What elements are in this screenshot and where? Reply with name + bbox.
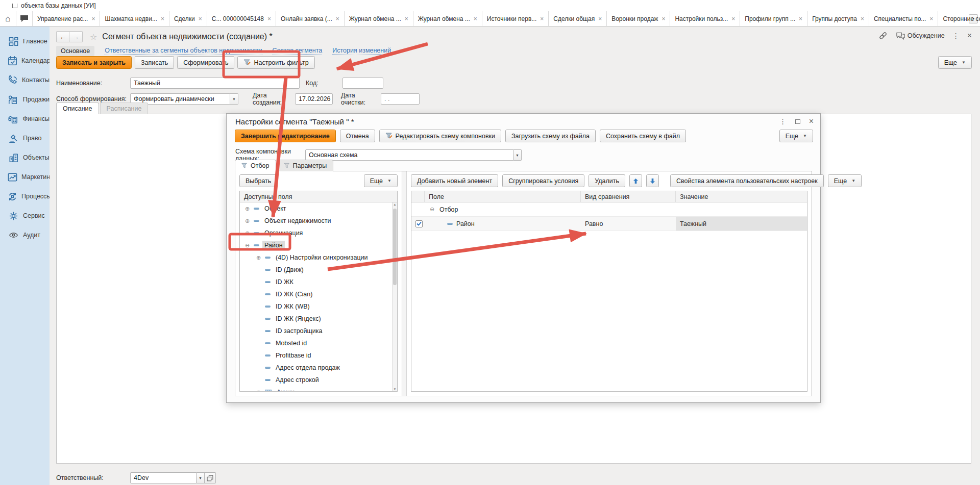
created-date-input[interactable]: 17.02.2026	[295, 93, 333, 105]
checkbox-checked-icon[interactable]	[415, 220, 423, 227]
cleared-date-input[interactable]: . .	[381, 93, 420, 105]
tree-item-10[interactable]: ID застройщика	[240, 325, 392, 337]
tab-composition[interactable]: Состав сегмента	[273, 47, 323, 55]
left-more-button[interactable]: Еще▼	[364, 174, 398, 187]
filter-group-row[interactable]: ⊖Отбор	[411, 202, 807, 217]
dialog-menu-icon[interactable]: ⋮	[779, 117, 787, 125]
pane-splitter[interactable]	[402, 171, 407, 396]
responsible-select-arrow-icon[interactable]: ▼	[197, 472, 205, 483]
scroll-down-icon[interactable]: ▼	[393, 388, 397, 391]
window-tab-14[interactable]: Сторонние серв...×	[938, 11, 980, 26]
cancel-button[interactable]: Отмена	[340, 130, 375, 142]
discussion-button[interactable]: Обсуждение	[896, 32, 945, 40]
add-element-button[interactable]: Добавить новый элемент	[411, 174, 498, 187]
save-schema-button[interactable]: Сохранить схему в файл	[600, 130, 686, 142]
expander-minus-icon[interactable]: ⊖	[244, 242, 251, 249]
sidebar-item-marketing[interactable]: Маркетинг	[0, 167, 50, 187]
tree-item-7[interactable]: ID ЖК (Cian)	[240, 288, 392, 300]
link-icon[interactable]	[878, 31, 888, 41]
tree-item-5[interactable]: ID (Движ)	[240, 264, 392, 276]
expander-plus-icon[interactable]: ⊕	[244, 230, 251, 237]
tab-close-icon[interactable]: ×	[540, 15, 544, 22]
move-down-button[interactable]	[646, 174, 659, 187]
tab-history[interactable]: История изменений	[332, 47, 391, 55]
tab-responsible[interactable]: Ответственные за сегменты объектов недви…	[105, 47, 262, 55]
window-tab-10[interactable]: Настройки польз...×	[670, 11, 740, 26]
user-settings-props-button[interactable]: Свойства элемента пользовательских настр…	[670, 174, 824, 187]
collapse-icon[interactable]: ⊖	[429, 206, 435, 213]
window-tab-12[interactable]: Группы доступа×	[807, 11, 869, 26]
tab-description[interactable]: Описание	[56, 103, 99, 114]
tree-item-14[interactable]: Адрес строкой	[240, 374, 392, 386]
sidebar-item-finance[interactable]: Финансы	[0, 109, 50, 129]
tree-item-6[interactable]: ID ЖК	[240, 276, 392, 288]
tab-close-icon[interactable]: ×	[799, 15, 802, 22]
tab-close-icon[interactable]: ×	[662, 15, 665, 22]
window-tab-0[interactable]: Управление рас...×	[33, 11, 100, 26]
more-menu-icon[interactable]: ⋮	[952, 32, 960, 40]
messages-button[interactable]	[16, 11, 33, 26]
tree-item-15[interactable]: ⊕Акции	[240, 386, 392, 392]
select-button[interactable]: Выбрать	[239, 174, 277, 187]
expander-plus-icon[interactable]: ⊕	[244, 218, 251, 224]
tab-close-icon[interactable]: ×	[598, 15, 602, 22]
sidebar-item-service[interactable]: Сервис	[0, 206, 50, 225]
sidebar-item-objects[interactable]: Объекты	[0, 148, 50, 167]
save-button[interactable]: Записать	[135, 56, 174, 69]
name-input[interactable]: Таежный	[130, 78, 300, 89]
open-responsible-button[interactable]	[205, 472, 216, 483]
window-tab-3[interactable]: С... 000000045148×	[207, 11, 276, 26]
tree-item-2[interactable]: ⊕Организация	[240, 227, 392, 239]
load-schema-button[interactable]: Загрузить схему из файла	[505, 130, 596, 142]
tree-item-11[interactable]: Mobsted id	[240, 337, 392, 349]
sidebar-item-law[interactable]: Право	[0, 129, 50, 148]
schema-select-arrow-icon[interactable]: ▼	[513, 149, 522, 161]
dialog-close-icon[interactable]: ×	[809, 117, 814, 126]
tab-filter[interactable]: Отбор	[235, 160, 276, 171]
tree-scrollbar[interactable]: ▲ ▼	[392, 202, 397, 391]
window-tab-8[interactable]: Сделки общая×	[549, 11, 607, 26]
tree-item-0[interactable]: ⊕Объект	[240, 202, 392, 215]
window-tab-6[interactable]: Журнал обмена ...×	[413, 11, 482, 26]
tab-main[interactable]: Основное	[56, 46, 94, 56]
dialog-more-button[interactable]: Еще▼	[779, 130, 813, 142]
sidebar-item-processes[interactable]: Процессы	[0, 187, 50, 206]
code-input[interactable]	[342, 78, 383, 89]
maximize-icon[interactable]	[795, 119, 800, 124]
tab-close-icon[interactable]: ×	[199, 15, 202, 22]
scroll-up-icon[interactable]: ▲	[393, 203, 397, 206]
form-more-button[interactable]: Еще▼	[938, 56, 972, 69]
sidebar-item-audit[interactable]: Аудит	[0, 225, 50, 245]
tree-item-13[interactable]: Адрес отдела продаж	[240, 362, 392, 374]
responsible-select[interactable]: 4Dev	[130, 472, 197, 483]
window-tab-9[interactable]: Воронки продаж×	[607, 11, 670, 26]
favorite-star-icon[interactable]: ☆	[90, 32, 97, 42]
home-button[interactable]: ⌂	[0, 11, 16, 26]
tab-close-icon[interactable]: ×	[731, 15, 735, 22]
expander-plus-icon[interactable]: ⊕	[244, 206, 251, 212]
edit-schema-button[interactable]: Редактировать схему компоновки	[379, 130, 501, 142]
back-button[interactable]: ←	[56, 31, 69, 42]
window-tab-1[interactable]: Шахматка недви...×	[100, 11, 169, 26]
tab-parameters[interactable]: Параметры	[277, 160, 334, 171]
forward-button[interactable]: →	[69, 31, 83, 42]
tree-item-4[interactable]: ⊕(4D) Настройки синхронизации	[240, 251, 392, 264]
tab-close-icon[interactable]: ×	[474, 15, 477, 22]
tree-item-12[interactable]: Profitbase id	[240, 349, 392, 362]
value-cell[interactable]: Таежный	[676, 217, 807, 231]
sidebar-item-contacts[interactable]: Контакты	[0, 70, 50, 90]
window-tab-5[interactable]: Журнал обмена ...×	[345, 11, 413, 26]
generate-button[interactable]: Сформировать	[177, 56, 234, 69]
group-conditions-button[interactable]: Сгруппировать условия	[502, 174, 584, 187]
window-tab-2[interactable]: Сделки×	[169, 11, 207, 26]
comparison-cell[interactable]: Равно	[581, 217, 676, 231]
close-form-icon[interactable]: ×	[967, 31, 972, 40]
filter-condition-row[interactable]: Район Равно Таежный	[411, 217, 807, 231]
window-tab-11[interactable]: Профили групп ...×	[740, 11, 807, 26]
expander-plus-icon[interactable]: ⊕	[255, 389, 262, 392]
tree-item-8[interactable]: ID ЖК (WB)	[240, 300, 392, 313]
finish-editing-button[interactable]: Завершить редактирование	[235, 130, 336, 142]
configure-filter-button[interactable]: Настроить фильтр	[237, 56, 314, 69]
sidebar-item-sales[interactable]: Продажи	[0, 90, 50, 109]
sidebar-item-calendar[interactable]: Календарь	[0, 51, 50, 70]
